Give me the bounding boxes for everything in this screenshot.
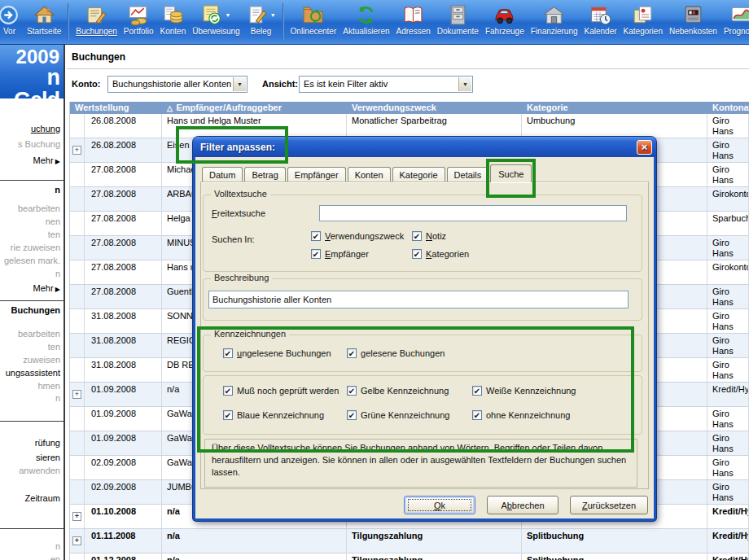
- toolbar-item-dokumente[interactable]: Dokumente: [434, 2, 482, 37]
- tab-suche[interactable]: Suche: [490, 164, 532, 182]
- row-gutter: +: [70, 383, 85, 406]
- checkbox-box[interactable]: ✔: [347, 386, 357, 396]
- chevron-down-icon[interactable]: ▼: [270, 12, 276, 18]
- checkbox-blaue-kennzeichnung[interactable]: ✔Blaue Kennzeichnung: [223, 410, 324, 420]
- expand-icon[interactable]: +: [72, 512, 81, 521]
- toolbar-item-portfolio[interactable]: Portfolio: [120, 2, 157, 37]
- checkbox-box[interactable]: ✔: [472, 410, 482, 420]
- column-header-verwendungszweck[interactable]: Verwendungszweck: [347, 102, 522, 114]
- sidebar-item[interactable]: rüfung: [35, 438, 60, 448]
- table-row[interactable]: 26.08.2008Hans und Helga MusterMonatlich…: [70, 114, 749, 138]
- table-row[interactable]: +01.12.2008n/aTilgungszahlungSplitbuchun…: [70, 553, 749, 560]
- konto-dropdown[interactable]: Buchungshistorie aller Konten ▼: [107, 76, 247, 93]
- abbrechen-button[interactable]: Abbrechen: [487, 496, 558, 514]
- toolbar-item-onlinecenter[interactable]: Onlinecenter: [287, 2, 340, 37]
- toolbar-item-vor[interactable]: Vor: [0, 2, 24, 37]
- checkbox-wei-e-kennzeichnung[interactable]: ✔Weiße Kennzeichnung: [472, 386, 576, 396]
- toolbar-item-buchungen[interactable]: Buchungen: [72, 2, 120, 37]
- tab-empf-nger[interactable]: Empfänger: [287, 167, 346, 182]
- checkbox-label: Weiße Kennzeichnung: [486, 386, 576, 396]
- beschreibung-input[interactable]: [208, 291, 629, 308]
- sidebar-item: anwenden: [19, 466, 60, 475]
- column-header-kontoname[interactable]: Kontoname: [707, 102, 749, 114]
- chevron-down-icon[interactable]: ▼: [225, 12, 230, 18]
- ok-button[interactable]: Ok: [404, 496, 475, 514]
- portfolio-icon: [128, 3, 150, 26]
- checkbox-box[interactable]: ✔: [223, 348, 233, 358]
- konto-label: Konto:: [72, 79, 100, 89]
- checkbox-box[interactable]: ✔: [472, 386, 482, 396]
- checkbox-notiz[interactable]: ✔Notiz: [412, 231, 446, 241]
- checkbox-gelbe-kennzeichnung[interactable]: ✔Gelbe Kennzeichnung: [347, 386, 449, 396]
- toolbar-item-adressen[interactable]: Adressen: [393, 2, 434, 37]
- checkbox-box[interactable]: ✔: [311, 231, 321, 241]
- toolbar-item-prognose[interactable]: Prognose: [721, 2, 749, 37]
- expand-icon[interactable]: +: [72, 390, 81, 399]
- checkbox-box[interactable]: ✔: [223, 410, 233, 420]
- checkbox-gr-ne-kennzeichnung[interactable]: ✔Grüne Kennzeichnung: [347, 410, 449, 420]
- toolbar-item-kategorien[interactable]: Kategorien: [620, 2, 666, 37]
- checkbox-kategorien[interactable]: ✔Kategorien: [412, 249, 469, 259]
- checkbox-verwendungszweck[interactable]: ✔Verwendungszweck: [311, 231, 404, 241]
- cell-kontoname: Kredit/Hyp: [707, 529, 749, 553]
- expand-icon[interactable]: +: [72, 536, 81, 545]
- freitextsuche-input[interactable]: [319, 205, 627, 221]
- checkbox-mu-noch-gepr-ft-werden[interactable]: ✔Muß noch geprüft werden: [223, 386, 339, 396]
- checkbox-box[interactable]: ✔: [347, 348, 357, 358]
- group-legend: Beschreibung: [211, 273, 272, 282]
- tab-konten[interactable]: Konten: [348, 167, 391, 182]
- tab-kategorie[interactable]: Kategorie: [392, 167, 445, 182]
- ansicht-dropdown[interactable]: Es ist kein Filter aktiv ▼: [299, 76, 473, 93]
- checkbox-label: Kategorien: [426, 249, 469, 259]
- checkbox-box[interactable]: ✔: [311, 249, 321, 259]
- sidebar-item: bearbeiten: [18, 203, 60, 213]
- konto-dropdown-value: Buchungshistorie aller Konten: [112, 77, 232, 92]
- toolbar-item-finanzierung[interactable]: Finanzierung: [528, 2, 581, 37]
- sidebar-item[interactable]: Mehr ▶: [33, 155, 60, 165]
- column-header-wertstellung[interactable]: Wertstellung: [70, 102, 162, 114]
- sidebar-item: ten: [48, 230, 60, 239]
- toolbar-item-beleg[interactable]: ▼Beleg: [243, 2, 279, 37]
- sidebar-divider: [0, 300, 64, 301]
- column-header-kategorie[interactable]: Kategorie: [522, 102, 707, 114]
- cell-empfaenger: Hans und Helga Muster: [162, 114, 347, 138]
- sidebar-item: gelesen mark.: [4, 256, 60, 265]
- toolbar-item-fahrzeuge[interactable]: Fahrzeuge: [482, 2, 528, 37]
- checkbox-box[interactable]: ✔: [223, 386, 233, 396]
- row-gutter: [70, 431, 85, 455]
- toolbar-item-konten[interactable]: Konten: [157, 2, 190, 37]
- sidebar-item: en: [50, 554, 60, 560]
- checkbox-ungelesene-buchungen[interactable]: ✔ungelesene Buchungen: [223, 348, 331, 358]
- tab-betrag[interactable]: Betrag: [244, 167, 285, 182]
- dialog-titlebar[interactable]: Filter anpassen: ×: [193, 137, 656, 157]
- financing-icon: [543, 3, 565, 26]
- chevron-down-icon[interactable]: ▼: [458, 77, 471, 91]
- checkbox-box[interactable]: ✔: [347, 410, 357, 420]
- toolbar-item-nebenkosten[interactable]: Nebenkosten: [666, 2, 721, 37]
- close-icon[interactable]: ×: [637, 140, 652, 155]
- home-icon: [33, 3, 55, 26]
- zur-cksetzen-button[interactable]: Zurücksetzen: [570, 496, 648, 514]
- column-header-empf-nger-auftraggeber[interactable]: △ Empfänger/Auftraggeber: [162, 102, 347, 114]
- sidebar-item: n: [55, 269, 60, 278]
- sidebar-item[interactable]: Mehr ▶: [33, 283, 60, 293]
- tab-details[interactable]: Details: [447, 167, 489, 182]
- toolbar-item-berweisung[interactable]: ▼Überweisung: [189, 2, 243, 37]
- sidebar-item[interactable]: ungsassistent: [6, 368, 60, 378]
- cell-wertstellung: 01.10.2008: [85, 505, 162, 528]
- checkbox-gelesene-buchungen[interactable]: ✔gelesene Buchungen: [347, 348, 445, 358]
- checkbox-empf-nger[interactable]: ✔Empfänger: [311, 249, 369, 259]
- checkbox-ohne-kennzeichnung[interactable]: ✔ohne Kennzeichnung: [472, 410, 570, 420]
- checkbox-box[interactable]: ✔: [412, 231, 422, 241]
- toolbar-item-kalender[interactable]: Kalender: [581, 2, 620, 37]
- sidebar-item[interactable]: uchung: [31, 124, 60, 133]
- table-row[interactable]: +01.11.2008n/aTilgungszahlungSplitbuchun…: [70, 529, 749, 553]
- sidebar-item[interactable]: Zeitraum: [25, 493, 60, 503]
- checkbox-box[interactable]: ✔: [412, 249, 422, 259]
- toolbar-item-startseite[interactable]: Startseite: [24, 2, 64, 37]
- chevron-down-icon[interactable]: ▼: [233, 77, 246, 91]
- tab-datum[interactable]: Datum: [202, 167, 243, 182]
- sidebar-item[interactable]: sieren: [36, 453, 60, 462]
- toolbar-item-aktualisieren[interactable]: Aktualisieren: [339, 2, 392, 37]
- expand-icon[interactable]: +: [72, 146, 81, 155]
